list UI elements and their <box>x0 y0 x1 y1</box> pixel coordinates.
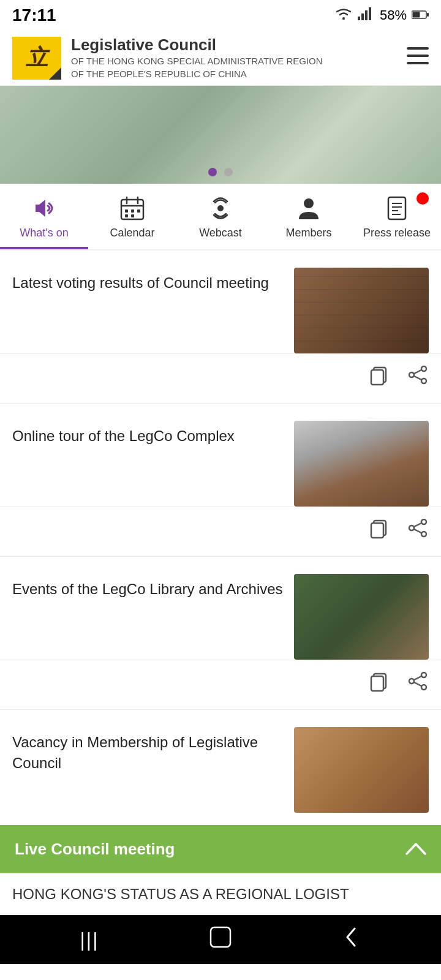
svg-line-46 <box>414 676 421 680</box>
status-time: 17:11 <box>12 6 56 25</box>
list-item-3-actions <box>0 660 441 710</box>
svg-rect-18 <box>125 214 128 217</box>
tab-members-label: Members <box>285 227 331 239</box>
svg-point-44 <box>409 679 414 684</box>
hero-banner <box>0 86 441 184</box>
svg-point-37 <box>409 526 414 530</box>
tab-calendar[interactable]: Calendar <box>88 184 176 249</box>
list-item-1[interactable]: Latest voting results of Council meeting <box>0 251 441 354</box>
svg-rect-19 <box>131 214 134 217</box>
tab-whats-on-label: What's on <box>20 227 68 239</box>
svg-rect-7 <box>427 13 429 17</box>
list-item-1-actions <box>0 354 441 404</box>
sub-title-1: OF THE HONG KONG SPECIAL ADMINISTRATIVE … <box>71 55 407 67</box>
hamburger-menu[interactable] <box>407 47 429 69</box>
svg-line-39 <box>414 523 421 527</box>
svg-point-20 <box>217 205 224 211</box>
calendar-icon <box>119 195 146 222</box>
svg-point-45 <box>421 685 426 690</box>
document-icon <box>383 195 410 222</box>
ticker-text: HONG KONG'S STATUS AS A REGIONAL LOGIST <box>0 886 441 903</box>
person-icon <box>295 195 322 222</box>
nav-home-button[interactable] <box>209 926 232 954</box>
nav-tabs: What's on Calendar <box>0 184 441 251</box>
svg-rect-42 <box>371 676 383 691</box>
tab-members[interactable]: Members <box>265 184 353 249</box>
list-item-1-title: Latest voting results of Council meeting <box>12 268 294 293</box>
list-item-1-image <box>294 268 429 353</box>
tab-calendar-label: Calendar <box>110 227 154 239</box>
carousel-dots <box>208 168 233 176</box>
battery-icon <box>412 7 429 23</box>
dot-1[interactable] <box>208 168 217 176</box>
share-icon-1[interactable] <box>407 364 429 391</box>
list-item-2[interactable]: Online tour of the LegCo Complex <box>0 404 441 507</box>
list-item-4-title: Vacancy in Membership of Legislative Cou… <box>12 727 294 773</box>
svg-rect-10 <box>407 62 429 64</box>
logo: 立 <box>12 37 61 80</box>
share-icon-3[interactable] <box>407 670 429 697</box>
dot-2[interactable] <box>224 168 233 176</box>
app-header: 立 Legislative Council OF THE HONG KONG S… <box>0 31 441 86</box>
notification-badge <box>417 192 429 205</box>
list-item-3-image <box>294 574 429 660</box>
header-title: Legislative Council OF THE HONG KONG SPE… <box>71 36 407 80</box>
svg-rect-9 <box>407 55 429 57</box>
svg-rect-15 <box>125 209 128 213</box>
svg-point-36 <box>421 519 426 524</box>
copy-icon-2[interactable] <box>368 517 390 544</box>
svg-rect-35 <box>371 523 383 538</box>
status-icons: 58% <box>334 7 429 24</box>
svg-rect-48 <box>211 927 230 947</box>
chevron-up-icon[interactable] <box>405 839 426 859</box>
content-list: Latest voting results of Council meeting… <box>0 251 441 825</box>
svg-line-32 <box>414 370 421 374</box>
tab-webcast[interactable]: Webcast <box>176 184 265 249</box>
tab-webcast-label: Webcast <box>199 227 242 239</box>
tab-press-release[interactable]: Press release <box>353 184 441 249</box>
svg-line-40 <box>414 529 421 533</box>
status-bar: 17:11 58% <box>0 0 441 31</box>
svg-point-0 <box>342 17 345 20</box>
ticker-bar: HONG KONG'S STATUS AS A REGIONAL LOGIST <box>0 873 441 915</box>
main-title: Legislative Council <box>71 36 407 55</box>
svg-point-43 <box>421 673 426 677</box>
svg-rect-22 <box>388 197 405 219</box>
svg-rect-28 <box>371 370 383 385</box>
tab-whats-on[interactable]: What's on <box>0 184 88 249</box>
share-icon-2[interactable] <box>407 517 429 544</box>
copy-icon-3[interactable] <box>368 670 390 697</box>
svg-rect-1 <box>358 17 360 20</box>
list-item-2-title: Online tour of the LegCo Complex <box>12 421 294 447</box>
svg-rect-6 <box>413 12 420 18</box>
nav-recents-button[interactable]: ||| <box>80 929 99 951</box>
list-item-3[interactable]: Events of the LegCo Library and Archives <box>0 557 441 660</box>
nav-back-button[interactable] <box>342 926 361 954</box>
svg-rect-3 <box>365 10 368 20</box>
svg-point-21 <box>304 198 314 208</box>
svg-point-30 <box>409 372 414 377</box>
megaphone-icon <box>31 195 58 222</box>
svg-rect-16 <box>131 209 134 213</box>
live-meeting-label: Live Council meeting <box>15 840 175 859</box>
list-item-2-image <box>294 421 429 507</box>
svg-rect-4 <box>369 7 371 20</box>
svg-line-33 <box>414 376 421 380</box>
battery-text: 58% <box>380 7 407 23</box>
bottom-nav: ||| <box>0 915 441 964</box>
radio-icon <box>207 195 234 222</box>
svg-rect-17 <box>137 209 140 213</box>
svg-point-31 <box>421 379 426 383</box>
svg-rect-8 <box>407 47 429 50</box>
svg-rect-2 <box>361 13 364 20</box>
list-item-3-title: Events of the LegCo Library and Archives <box>12 574 294 600</box>
tab-press-release-label: Press release <box>363 227 431 239</box>
list-item-4[interactable]: Vacancy in Membership of Legislative Cou… <box>0 710 441 825</box>
signal-icon <box>358 7 375 24</box>
svg-point-38 <box>421 532 426 537</box>
live-meeting-bar[interactable]: Live Council meeting <box>0 825 441 873</box>
svg-point-29 <box>421 366 426 371</box>
copy-icon-1[interactable] <box>368 364 390 391</box>
list-item-4-image <box>294 727 429 813</box>
list-item-2-actions <box>0 507 441 557</box>
